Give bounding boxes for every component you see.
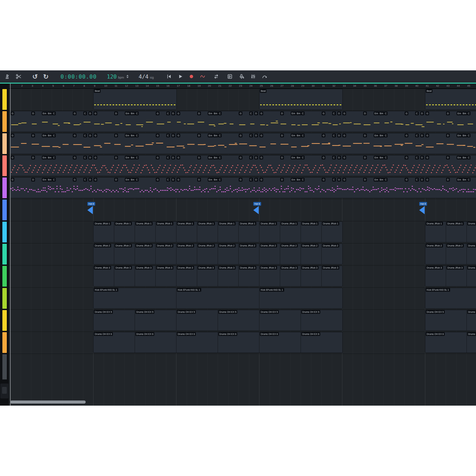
chord-label: G — [156, 156, 159, 159]
clip-label: Drums OH EX 6 — [135, 332, 154, 336]
audio-clip[interactable] — [93, 288, 343, 309]
clip-boundary — [218, 310, 218, 331]
chord-label: Em — [457, 134, 462, 137]
bpm-control[interactable]: 120 bpm — [107, 73, 128, 80]
time-signature[interactable]: 4/4 sig — [139, 73, 154, 80]
chord-label: Bm — [296, 112, 302, 115]
clip-label: Drums JRob 3 — [94, 266, 111, 270]
bar-number: 16 — [167, 84, 170, 87]
chord-label: G — [342, 156, 346, 159]
bar-number: 9 — [94, 84, 95, 87]
chord-label: G — [11, 112, 14, 115]
bar-number: 2 — [21, 84, 23, 87]
chord-label: C — [166, 156, 170, 159]
chord-label: Em — [374, 134, 379, 137]
track-color-rail — [0, 84, 9, 406]
horizontal-scrollbar-thumb[interactable] — [10, 401, 86, 404]
instrument-icon[interactable] — [249, 72, 257, 81]
clip-label: Drums OH EX 5 — [260, 310, 279, 314]
clip-boundary — [301, 310, 301, 331]
draw-automation-icon[interactable] — [260, 72, 269, 81]
chord-label: D — [363, 134, 367, 137]
clip-boundary — [321, 266, 322, 287]
track-row-keys-3: GDEmBmCGCDGDEmBmCGCDGDEmBmCGCDGDEmBmCGCD… — [9, 155, 476, 177]
chord-label: Bm — [296, 178, 302, 182]
chord-label: Em — [208, 112, 214, 115]
clip-label: Drums JRob 2 — [260, 244, 277, 248]
clip-label: Drums OH EX 6 — [218, 332, 237, 336]
chord-label: Bm — [213, 112, 219, 115]
chord-label: C — [467, 156, 471, 159]
clip-boundary — [301, 332, 301, 353]
bar-number: 45 — [467, 84, 470, 87]
chord-label: D — [446, 178, 450, 182]
chord-label: D — [31, 112, 35, 115]
rail-color-jrob2 — [2, 244, 7, 265]
scissors-icon[interactable] — [14, 72, 23, 81]
chord-label: C — [415, 112, 419, 115]
clip-boundary — [446, 266, 446, 287]
bar-number: 37 — [384, 84, 387, 87]
redo-icon[interactable]: ↻ — [41, 72, 50, 81]
chord-label: Em — [125, 156, 131, 159]
track-row-beat: BeatBeatBeat — [9, 88, 476, 111]
chord-label: D — [363, 156, 367, 159]
bar-number: 24 — [250, 84, 253, 87]
loop-icon[interactable] — [212, 72, 221, 81]
play-icon[interactable] — [176, 72, 185, 81]
chord-label: Em — [457, 178, 462, 182]
chord-label: D — [254, 178, 258, 182]
chord-label: D — [420, 112, 424, 115]
clip-label: Drums OH EX 5 — [177, 310, 196, 314]
chord-label: D — [171, 112, 175, 115]
clip-boundary — [259, 310, 259, 331]
clip-boundary — [135, 310, 135, 331]
hat-marker-flag[interactable]: Hat 8 — [87, 200, 95, 214]
chord-label: Em — [208, 156, 214, 159]
bar-number: 44 — [457, 84, 460, 87]
collapsed-track-button[interactable] — [2, 387, 7, 394]
hat-marker-flag[interactable]: Hat 8 — [419, 200, 427, 214]
clip-label: Drums OH EX 5 — [218, 310, 237, 314]
bar-number: 22 — [229, 84, 232, 87]
chord-label: C — [166, 134, 170, 137]
chord-label: Em — [291, 134, 296, 137]
clip-label: Drums JRob 2 — [218, 244, 236, 248]
chord-label: Em — [291, 178, 296, 182]
clip-label: Drums JRob 2 — [198, 244, 215, 248]
automation-icon[interactable] — [198, 72, 207, 81]
hat-marker-flag[interactable]: Hat 8 — [253, 200, 261, 214]
chord-label: Em — [42, 134, 48, 137]
clip-boundary — [176, 310, 176, 331]
clip-label: Drums JRob 3 — [198, 266, 215, 270]
chord-label: Bm — [379, 112, 385, 115]
timeline-ruler[interactable]: 2345678910111213141516171819202122232425… — [9, 84, 476, 89]
metronome-icon[interactable] — [3, 72, 12, 81]
playhead[interactable] — [10, 84, 11, 406]
bar-number: 26 — [270, 84, 273, 87]
mic-input-icon[interactable] — [237, 72, 246, 81]
chord-label: G — [239, 156, 242, 159]
edit-clip-icon[interactable] — [225, 72, 234, 81]
chord-label: C — [249, 178, 253, 182]
chord-label: G — [259, 156, 263, 159]
chord-label: G — [425, 112, 429, 115]
chord-label: G — [176, 112, 180, 115]
chord-label: Bm — [296, 134, 302, 137]
clip-label: Drums JRob 2 — [301, 244, 319, 248]
record-icon[interactable] — [187, 72, 196, 81]
clip-label: Drums OH EX 5 — [467, 310, 476, 314]
clip-boundary — [114, 266, 114, 287]
clip-boundary — [197, 243, 197, 265]
skip-start-icon[interactable] — [165, 72, 173, 81]
undo-icon[interactable]: ↺ — [31, 72, 39, 81]
clip-boundary — [218, 221, 218, 242]
clip-boundary — [238, 243, 239, 265]
chord-label: Em — [374, 156, 379, 159]
bpm-stepper-icon[interactable] — [126, 75, 129, 78]
bar-number: 17 — [177, 84, 180, 87]
rail-color-oh5 — [2, 310, 7, 331]
chord-label: D — [280, 156, 284, 159]
clip-boundary — [197, 221, 197, 242]
chord-label: Em — [42, 112, 48, 115]
